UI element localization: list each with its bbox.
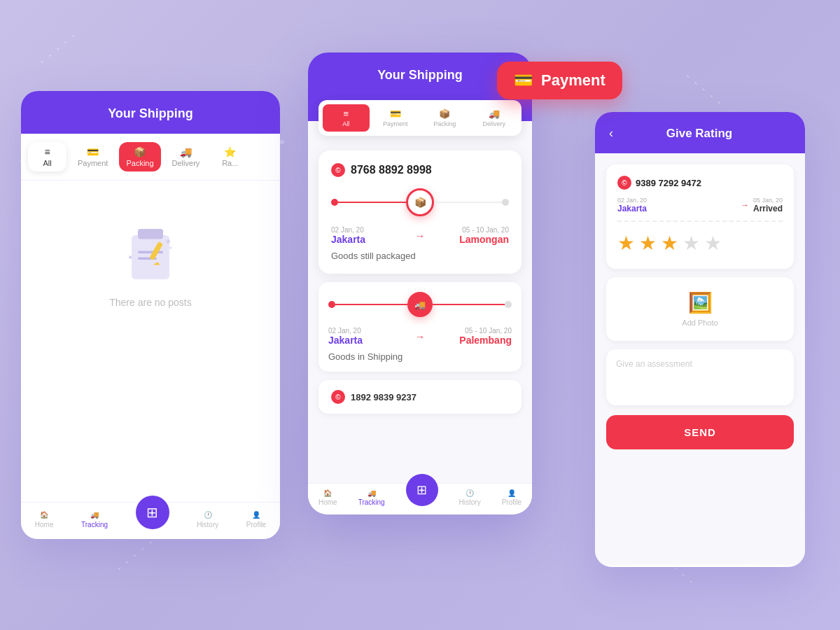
star-1[interactable]: ★: [617, 232, 635, 255]
star-2[interactable]: ★: [639, 232, 657, 255]
nav2-home-icon: 🏠: [323, 489, 332, 497]
prog2-end: [505, 301, 512, 308]
tab-delivery-icon: 🚚: [180, 146, 192, 158]
nav-tracking[interactable]: 🚚 Tracking: [81, 511, 108, 528]
tracking-card-2: 🚚 02 Jan, 20 Jakarta → 05 - 10 Jan, 20 P…: [318, 282, 522, 372]
nav2-history-icon: 🕐: [465, 489, 474, 497]
tracking-logo-3: ©: [331, 390, 345, 404]
sm-tab-packing[interactable]: 📦 Packing: [421, 104, 468, 132]
nav-history[interactable]: 🕐 History: [197, 511, 218, 528]
sm-tab-delivery-icon: 🚚: [489, 108, 500, 119]
assessment-placeholder: Give an assessment: [616, 359, 784, 369]
nav2-history-label: History: [459, 498, 481, 506]
prog-box-icon: 📦: [406, 188, 434, 216]
star-4[interactable]: ★: [682, 232, 700, 255]
sm-tab-payment-icon: 💳: [390, 108, 401, 119]
screen-right-header: ‹ Give Rating: [595, 112, 805, 153]
tracking-logo-icon: ©: [331, 163, 345, 177]
tab-packing-label: Packing: [126, 159, 153, 167]
nav-scan[interactable]: ⊞: [136, 496, 169, 529]
screen-middle: Your Shipping ≡ All 💳 Payment 📦 Packing …: [308, 52, 532, 514]
scan-icon: ⊞: [146, 504, 158, 521]
tab-all[interactable]: ≡ All: [28, 142, 66, 172]
tab-payment-icon: 💳: [87, 146, 99, 158]
route-info-2: 02 Jan, 20 Jakarta → 05 - 10 Jan, 20 Pal…: [328, 327, 512, 346]
nav2-profile[interactable]: 👤 Profile: [502, 489, 522, 506]
route-to-1: 05 - 10 Jan, 20 Lamongan: [430, 226, 509, 245]
prog-end-dot: [502, 199, 509, 206]
sm-tab-packing-label: Packing: [433, 120, 456, 127]
payment-label: Payment: [541, 71, 606, 90]
tab-delivery[interactable]: 🚚 Delivery: [165, 142, 207, 172]
rating-arrow: →: [736, 200, 753, 210]
sm-tab-all[interactable]: ≡ All: [323, 104, 370, 132]
route-arrow-1: →: [410, 230, 430, 241]
screen-middle-content: © 8768 8892 8998 📦 02 Jan, 20 Jakarta →: [308, 136, 532, 500]
sm-tab-all-label: All: [342, 120, 349, 127]
add-photo-box[interactable]: 🖼️ Add Photo: [606, 277, 794, 341]
payment-badge[interactable]: 💳 Payment: [497, 62, 622, 99]
svg-rect-1: [138, 229, 163, 239]
screen-right-content: © 9389 7292 9472 02 Jan, 20 Jakarta → 05…: [595, 153, 805, 565]
sm-tab-delivery-label: Delivery: [482, 120, 505, 127]
tab-packing[interactable]: 📦 Packing: [119, 142, 160, 172]
home-icon: 🏠: [40, 511, 48, 519]
nav2-history[interactable]: 🕐 History: [459, 489, 481, 506]
add-photo-icon: 🖼️: [688, 291, 713, 314]
status-1: Goods still packaged: [331, 251, 509, 261]
nav2-home-label: Home: [318, 498, 337, 506]
nav2-tracking[interactable]: 🚚 Tracking: [358, 489, 385, 506]
prog2-ship-icon: 🚚: [407, 292, 433, 317]
route-to-2: 05 - 10 Jan, 20 Palembang: [430, 327, 512, 346]
star-3[interactable]: ★: [661, 232, 678, 255]
history-icon: 🕐: [204, 511, 212, 519]
rating-from: 02 Jan, 20 Jakarta: [617, 197, 736, 214]
rating-divider: [617, 220, 783, 222]
tracking-card-3: © 1892 9839 9237: [318, 380, 522, 414]
tracking-label: Tracking: [81, 521, 108, 528]
assessment-box[interactable]: Give an assessment: [606, 349, 794, 405]
route-info-1: 02 Jan, 20 Jakarta → 05 - 10 Jan, 20 Lam…: [331, 226, 509, 245]
sm-tab-delivery[interactable]: 🚚 Delivery: [471, 104, 518, 132]
route-arrow-2: →: [410, 331, 430, 342]
profile-label: Profile: [246, 521, 266, 528]
nav-home[interactable]: 🏠 Home: [35, 511, 54, 528]
screen-left-header: Your Shipping: [21, 91, 280, 134]
prog2-start: [328, 301, 335, 308]
rating-info-card: © 9389 7292 9472 02 Jan, 20 Jakarta → 05…: [606, 164, 794, 269]
tab-all-label: All: [43, 159, 51, 167]
back-button[interactable]: ‹: [609, 126, 613, 141]
screen-middle-tabs: ≡ All 💳 Payment 📦 Packing 🚚 Delivery: [318, 100, 522, 136]
progress-bar-1: 📦: [331, 188, 509, 216]
nav2-tracking-icon: 🚚: [368, 489, 376, 497]
sm-tab-all-icon: ≡: [343, 108, 349, 119]
screen-left-tabs: ≡ All 💳 Payment 📦 Packing 🚚 Delivery ⭐ R…: [21, 134, 280, 181]
screen-right-title: Give Rating: [622, 127, 791, 141]
screen-middle-nav: 🏠 Home 🚚 Tracking ⊞ 🕐 History 👤 Profile: [308, 483, 532, 514]
nav2-tracking-label: Tracking: [358, 498, 385, 506]
nav2-profile-label: Profile: [502, 498, 522, 506]
tab-rating-label: Ra...: [222, 159, 238, 167]
rating-tracking-number: © 9389 7292 9472: [617, 176, 783, 190]
screen-right: ‹ Give Rating © 9389 7292 9472 02 Jan, 2…: [595, 112, 805, 567]
svg-point-7: [169, 246, 172, 249]
nav2-scan[interactable]: ⊞: [406, 474, 438, 506]
sm-tab-payment[interactable]: 💳 Payment: [372, 104, 419, 132]
tab-payment-label: Payment: [78, 159, 108, 167]
screen-middle-title: Your Shipping: [322, 68, 518, 83]
rating-to: 05 Jan, 20 Arrived: [753, 197, 783, 214]
nav2-home[interactable]: 🏠 Home: [318, 489, 337, 506]
tab-all-icon: ≡: [44, 146, 50, 158]
tracking-number-1: © 8768 8892 8998: [331, 163, 509, 177]
tab-rating[interactable]: ⭐ Ra...: [211, 142, 249, 172]
status-2: Goods in Shipping: [328, 351, 512, 362]
nav-profile[interactable]: 👤 Profile: [246, 511, 266, 528]
prog-start-dot: [331, 199, 338, 206]
tab-payment[interactable]: 💳 Payment: [71, 142, 115, 172]
send-button[interactable]: SEND: [606, 415, 794, 449]
prog2-line-left: [335, 304, 407, 305]
stars-row: ★ ★ ★ ★ ★: [617, 229, 783, 258]
star-5[interactable]: ★: [704, 232, 722, 255]
add-photo-label: Add Photo: [682, 318, 718, 327]
progress-bar-2: 🚚: [328, 292, 512, 317]
